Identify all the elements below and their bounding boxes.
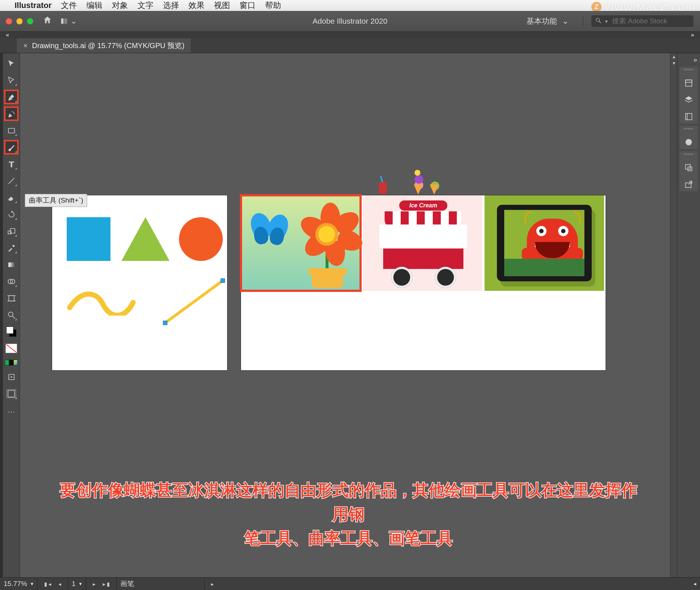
panel-drag-handle-icon[interactable] [684,153,694,155]
tools-panel: ⋯ 曲率工具 (Shift+`) [3,53,20,577]
document-tab[interactable]: × Drawing_tools.ai @ 15.77% (CMYK/GPU 预览… [17,38,191,53]
svg-rect-20 [685,80,692,86]
panel-drag-handle-icon[interactable] [684,69,694,70]
scroll-down-icon[interactable]: ▾ [670,60,677,66]
color-mode-switch[interactable] [5,359,18,367]
panel-group-1 [680,67,698,124]
menu-window[interactable]: 窗口 [240,0,256,11]
thumbnail-tablet-monster[interactable] [485,195,604,291]
artboard-name[interactable]: 画笔 [117,578,205,590]
menu-view[interactable]: 视图 [214,0,230,11]
curvature-tool[interactable] [5,107,18,120]
menu-object[interactable]: 对象 [112,0,128,11]
tutorial-subtitle: 要创作像蝴蝶甚至冰淇淋这样的自由形式的作品，其他绘画工具可以在这里发挥作用钢 笔… [20,478,677,550]
export-panel-icon[interactable] [684,180,693,189]
watermark-badge-icon: Z [591,2,602,12]
document-tab-title: Drawing_tools.ai @ 15.77% (CMYK/GPU 预览) [32,41,184,51]
prev-artboard-button[interactable]: ◂ [55,580,64,588]
zoom-level[interactable]: 15.77% ▾ [0,578,38,590]
pen-tool[interactable] [5,90,18,103]
subtitle-line-1: 要创作像蝴蝶甚至冰淇淋这样的自由形式的作品，其他绘画工具可以在这里发挥作用钢 [60,481,637,523]
canvas[interactable]: Ice Cream [20,53,677,577]
collapse-right-icon[interactable]: » [688,32,697,38]
default-fill-none-stroke[interactable] [5,342,18,355]
menu-edit[interactable]: 编辑 [86,0,102,11]
menu-help[interactable]: 帮助 [265,0,281,11]
selection-tool[interactable] [5,57,18,70]
eraser-tool[interactable] [5,191,18,204]
menu-select[interactable]: 选择 [163,0,179,11]
eyedropper-tool[interactable] [5,241,18,254]
properties-panel-icon[interactable] [684,78,693,88]
anchor-handle-icon[interactable] [221,278,225,283]
scroll-up-icon[interactable]: ▴ [670,53,677,60]
svg-line-15 [12,316,15,318]
svg-point-23 [685,139,692,145]
zoom-tool[interactable] [5,308,18,321]
asset-export-panel-icon[interactable] [684,163,693,172]
window-titlebar: ⌄ Adobe Illustrator 2020 基本功能 ⌄ ▾ [0,11,700,32]
line-segment-tool[interactable] [5,174,18,187]
thumbnail-row: Ice Cream [241,195,604,291]
direct-selection-tool[interactable] [5,74,18,87]
chevron-down-icon: ▾ [31,581,34,587]
rectangle-tool[interactable] [5,124,18,137]
artwork-butterfly [251,213,291,246]
shape-builder-tool[interactable] [5,275,18,288]
artboard-menu-button[interactable]: ▸ [208,580,217,588]
artwork-flower-center [315,223,338,246]
first-artboard-button[interactable]: ▮◂ [41,580,54,588]
draw-mode-icon[interactable] [5,370,18,383]
artwork-wave [67,290,136,316]
menu-file[interactable]: 文件 [61,0,77,11]
paintbrush-tool[interactable] [5,141,18,154]
anchor-handle-icon[interactable] [163,321,167,325]
right-panel-dock: » [677,53,700,577]
panel-group-3 [680,151,698,191]
tool-tooltip: 曲率工具 (Shift+`) [25,194,87,207]
edit-toolbar-button[interactable]: ⋯ [8,407,15,416]
artwork-monster [527,219,578,262]
app-title: Adobe Illustrator 2020 [0,17,700,26]
artboard-shapes [52,195,227,370]
artboard-name-label: 画笔 [120,579,134,589]
svg-rect-26 [685,183,691,188]
thumbnail-flower[interactable] [241,195,361,291]
svg-rect-25 [688,167,692,171]
menu-type[interactable]: 文字 [137,0,153,11]
menu-effect[interactable]: 效果 [188,0,205,11]
gradient-tool[interactable] [5,258,18,271]
rotate-tool[interactable] [5,208,18,221]
thumbnail-icecream[interactable]: Ice Cream [363,195,482,291]
panel-group-2 [680,126,698,149]
artwork-circle [179,217,223,261]
artwork-cart-body [383,249,463,269]
panel-drag-handle-icon[interactable] [684,128,694,129]
artboard-index[interactable]: 1 ▾ [68,578,86,590]
fill-stroke-swatch[interactable] [5,325,18,338]
mac-menubar: Illustrator 文件 编辑 对象 文字 选择 效果 视图 窗口 帮助 Z… [0,0,700,11]
vertical-scrollbar[interactable]: ▴ ▾ [670,53,677,577]
chevron-down-icon: ▾ [79,581,82,587]
layers-panel-icon[interactable] [684,95,693,105]
libraries-panel-icon[interactable] [684,112,693,121]
last-artboard-button[interactable]: ▸▮ [100,580,113,588]
expand-panels-icon[interactable]: » [691,55,700,65]
artwork-triangle [121,217,170,261]
artwork-wheel [391,267,412,288]
collapse-left-icon[interactable]: » [3,32,12,38]
artboard-tool[interactable] [5,292,18,305]
scale-tool[interactable] [5,224,18,238]
app-name: Illustrator [15,1,51,10]
svg-point-17 [11,376,12,378]
screen-mode-icon[interactable] [5,387,18,400]
document-tabbar: × Drawing_tools.ai @ 15.77% (CMYK/GPU 预览… [0,38,700,53]
next-artboard-button[interactable]: ▸ [90,580,98,588]
close-tab-icon[interactable]: × [23,42,28,50]
type-tool[interactable] [5,157,18,171]
svg-rect-21 [685,80,692,82]
artwork-pot [312,272,343,288]
hscroll-left-icon[interactable]: ◂ [693,581,696,587]
artwork-wheel [435,267,456,288]
appearance-panel-icon[interactable] [684,137,693,147]
